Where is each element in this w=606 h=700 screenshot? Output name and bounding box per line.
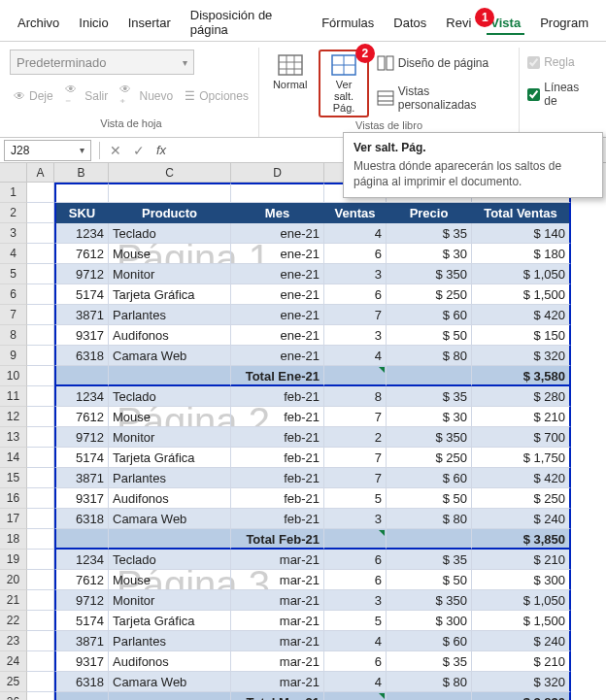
cell[interactable]: 4 — [324, 631, 387, 651]
table-header[interactable]: Total Ventas — [472, 203, 571, 223]
cell[interactable]: $ 35 — [387, 651, 472, 672]
row-header[interactable]: 22 — [0, 611, 27, 631]
cell[interactable]: $ 1,500 — [472, 284, 571, 305]
cell[interactable]: 3 — [324, 325, 387, 346]
row-header[interactable]: 3 — [0, 223, 27, 244]
cell[interactable] — [324, 692, 387, 700]
cell[interactable]: 5174 — [54, 284, 109, 305]
cell[interactable] — [27, 244, 54, 264]
row-header[interactable]: 23 — [0, 631, 27, 651]
cell[interactable]: 3871 — [54, 631, 109, 651]
cell[interactable]: Tarjeta Gráfica — [109, 448, 231, 468]
total-value[interactable]: $ 3,830 — [472, 692, 571, 700]
fx-icon[interactable]: fx — [151, 143, 172, 157]
cell[interactable]: 7612 — [54, 407, 109, 427]
cell[interactable]: 9712 — [54, 264, 109, 284]
cell[interactable] — [27, 346, 54, 366]
cell[interactable] — [324, 529, 387, 550]
cell[interactable]: 6 — [324, 651, 387, 672]
cell[interactable]: Audifonos — [109, 651, 231, 672]
table-header[interactable]: Producto — [109, 203, 231, 223]
cell[interactable]: 7 — [324, 448, 387, 468]
cell[interactable]: $ 1,500 — [472, 611, 571, 631]
cell[interactable]: 2 — [324, 427, 387, 448]
total-value[interactable]: $ 3,580 — [472, 366, 571, 386]
cell[interactable]: 1234 — [54, 223, 109, 244]
cell[interactable]: 3 — [324, 509, 387, 529]
cell[interactable]: 6318 — [54, 509, 109, 529]
total-label[interactable]: Total Mar-21 — [231, 692, 324, 700]
cell[interactable]: Teclado — [109, 223, 231, 244]
cell[interactable]: $ 250 — [387, 284, 472, 305]
chk-regla[interactable]: Regla — [525, 53, 596, 71]
cell[interactable]: $ 700 — [472, 427, 571, 448]
cell[interactable]: Teclado — [109, 386, 231, 407]
cell[interactable]: 5174 — [54, 611, 109, 631]
row-header[interactable]: 2 — [0, 203, 27, 223]
row-header[interactable]: 25 — [0, 672, 27, 692]
cell[interactable]: 8 — [324, 386, 387, 407]
cell[interactable]: $ 150 — [472, 325, 571, 346]
select-all[interactable] — [0, 163, 27, 183]
row-header[interactable]: 9 — [0, 346, 27, 366]
cell[interactable]: ene-21 — [231, 284, 324, 305]
cell[interactable]: $ 50 — [387, 570, 472, 590]
cell[interactable]: $ 50 — [387, 488, 472, 509]
cell[interactable]: mar-21 — [231, 651, 324, 672]
cell[interactable]: $ 240 — [472, 631, 571, 651]
cell[interactable]: $ 60 — [387, 631, 472, 651]
cell[interactable] — [27, 305, 54, 325]
cell[interactable] — [27, 448, 54, 468]
cell[interactable]: feb-21 — [231, 407, 324, 427]
cell[interactable]: $ 1,750 — [472, 448, 571, 468]
cell[interactable]: Parlantes — [109, 468, 231, 488]
btn-custom-views[interactable]: Vistas personalizadas — [373, 83, 513, 114]
row-header[interactable]: 11 — [0, 386, 27, 407]
cell[interactable] — [109, 183, 231, 203]
cell[interactable]: feb-21 — [231, 509, 324, 529]
cell[interactable]: $ 250 — [472, 488, 571, 509]
cell[interactable]: Mouse — [109, 570, 231, 590]
cell[interactable]: feb-21 — [231, 448, 324, 468]
cell[interactable]: $ 250 — [387, 448, 472, 468]
cell[interactable] — [387, 529, 472, 550]
cell[interactable]: Monitor — [109, 427, 231, 448]
cell[interactable]: 7612 — [54, 570, 109, 590]
cell[interactable]: Camara Web — [109, 672, 231, 692]
cell[interactable] — [27, 611, 54, 631]
cell[interactable]: ene-21 — [231, 223, 324, 244]
cell[interactable]: 6 — [324, 570, 387, 590]
row-header[interactable]: 19 — [0, 550, 27, 570]
sheet-view-select[interactable]: Predeterminado ▾ — [10, 50, 194, 75]
cell[interactable] — [109, 366, 231, 386]
cell[interactable]: Tarjeta Gráfica — [109, 284, 231, 305]
cell[interactable]: $ 350 — [387, 590, 472, 611]
row-header[interactable]: 6 — [0, 284, 27, 305]
cell[interactable] — [27, 407, 54, 427]
cell[interactable]: $ 60 — [387, 305, 472, 325]
cell[interactable] — [54, 366, 109, 386]
cell[interactable]: Teclado — [109, 550, 231, 570]
cell[interactable]: 1234 — [54, 550, 109, 570]
row-header[interactable]: 5 — [0, 264, 27, 284]
cell[interactable]: $ 30 — [387, 244, 472, 264]
cell[interactable] — [27, 264, 54, 284]
col-header[interactable]: D — [231, 163, 324, 183]
cell[interactable] — [109, 692, 231, 700]
menu-disposicion[interactable]: Disposición de página — [181, 4, 312, 41]
btn-salir[interactable]: 👁⁻Salir — [61, 81, 113, 112]
row-header[interactable]: 7 — [0, 305, 27, 325]
cell[interactable] — [27, 325, 54, 346]
cell[interactable]: $ 140 — [472, 223, 571, 244]
cell[interactable] — [27, 203, 54, 223]
cell[interactable] — [27, 468, 54, 488]
cell[interactable]: $ 80 — [387, 672, 472, 692]
menu-datos[interactable]: Datos — [384, 12, 436, 34]
cell[interactable] — [27, 223, 54, 244]
cell[interactable] — [27, 386, 54, 407]
cell[interactable]: 3871 — [54, 305, 109, 325]
cell[interactable]: $ 60 — [387, 468, 472, 488]
cell[interactable]: feb-21 — [231, 427, 324, 448]
total-label[interactable]: Total Ene-21 — [231, 366, 324, 386]
cell[interactable]: $ 300 — [472, 570, 571, 590]
